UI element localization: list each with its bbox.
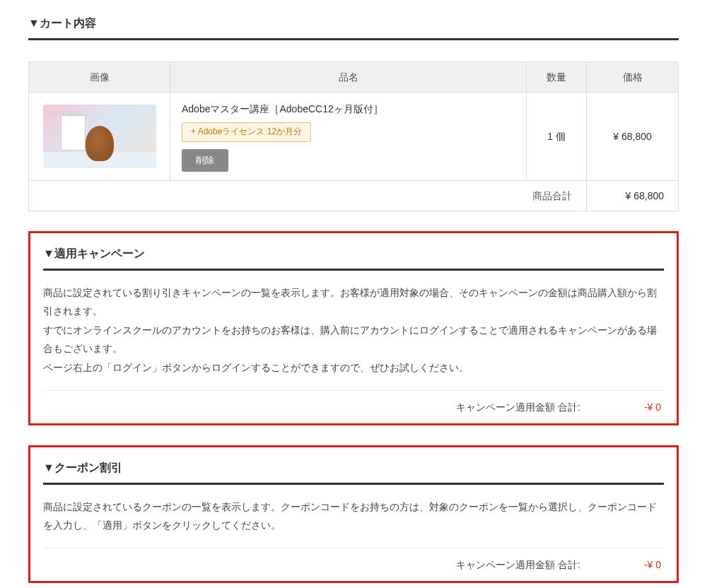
th-price: 価格 [587, 61, 679, 92]
cell-qty: 1 個 [527, 92, 587, 180]
table-row: OS-ADB003 Adobeマスター講座［AdobeCC12ヶ月版付］ + A… [29, 92, 679, 180]
campaign-section: ▼適用キャンペーン 商品に設定されている割り引きキャンペーンの一覧を表示します。… [28, 231, 679, 425]
th-image: 画像 [29, 61, 170, 92]
campaign-title: ▼適用キャンペーン [43, 245, 664, 271]
cell-price: ¥ 68,800 [587, 92, 679, 180]
campaign-amount-row: キャンペーン適用金額 合計: -¥ 0 [43, 390, 664, 423]
cart-title: ▼カート内容 [28, 14, 679, 40]
cell-image: OS-ADB003 [29, 92, 170, 180]
th-qty: 数量 [527, 61, 587, 92]
th-name: 品名 [170, 61, 527, 92]
cart-table: 画像 品名 数量 価格 OS-ADB003 Adobeマスター講座［AdobeC… [28, 61, 679, 211]
coupon-title: ▼クーポン割引 [43, 459, 664, 485]
subtotal-row: 商品合計 ¥ 68,800 [29, 180, 679, 211]
campaign-desc: 商品に設定されている割り引きキャンペーンの一覧を表示します。お客様が適用対象の場… [43, 283, 664, 377]
coupon-amount-label: キャンペーン適用金額 合計: [456, 557, 580, 572]
coupon-amount-value: -¥ 0 [644, 557, 661, 572]
campaign-amount-value: -¥ 0 [644, 399, 661, 415]
license-badge: + Adobeライセンス 12か月分 [182, 122, 311, 141]
delete-button[interactable]: 削除 [182, 149, 228, 172]
cart-section: ▼カート内容 画像 品名 数量 価格 OS-ADB003 Ad [28, 14, 679, 211]
product-thumbnail: OS-ADB003 [43, 105, 156, 168]
coupon-amount-row: キャンペーン適用金額 合計: -¥ 0 [43, 548, 664, 581]
cell-product: Adobeマスター講座［AdobeCC12ヶ月版付］ + Adobeライセンス … [170, 92, 527, 180]
product-name: Adobeマスター講座［AdobeCC12ヶ月版付］ [182, 101, 515, 117]
coupon-section: ▼クーポン割引 商品に設定されているクーポンの一覧を表示します。クーポンコードを… [28, 445, 679, 583]
coupon-desc: 商品に設定されているクーポンの一覧を表示します。クーポンコードをお持ちの方は、対… [43, 498, 664, 535]
campaign-amount-label: キャンペーン適用金額 合計: [456, 399, 580, 415]
subtotal-label: 商品合計 [29, 180, 587, 211]
subtotal-value: ¥ 68,800 [587, 180, 679, 211]
